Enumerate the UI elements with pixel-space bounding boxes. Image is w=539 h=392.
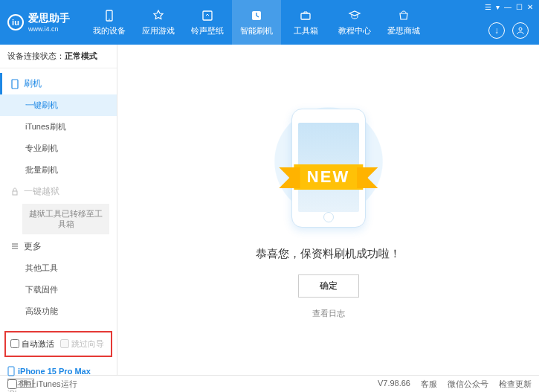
nav-store[interactable]: 爱思商城 [379,0,428,45]
footer-link-update[interactable]: 检查更新 [499,379,532,390]
tray-icon[interactable]: ▾ [496,3,500,11]
svg-rect-6 [12,80,18,89]
sidebar-item-other[interactable]: 其他工具 [0,257,117,279]
checkbox-block-itunes[interactable]: 阻止iTunes运行 [7,379,77,390]
new-ribbon: NEW [294,164,363,190]
sidebar-item-oneclick[interactable]: 一键刷机 [0,94,117,116]
nav-ringtones[interactable]: 铃声壁纸 [183,0,232,45]
footer-link-support[interactable]: 客服 [421,379,437,390]
apps-icon [152,9,165,22]
checkbox-auto-activate[interactable]: 自动激活 [10,338,54,350]
nav-apps[interactable]: 应用游戏 [134,0,183,45]
logo: iu 爱思助手 www.i4.cn [7,12,70,33]
svg-point-5 [519,28,522,30]
footer-link-wechat[interactable]: 微信公众号 [448,379,488,390]
maximize-icon[interactable]: ☐ [516,3,523,11]
sidebar-flash-header[interactable]: 刷机 [0,73,117,94]
user-button[interactable] [512,22,529,39]
success-illustration: NEW [239,101,418,235]
nav-tutorials[interactable]: 教程中心 [330,0,379,45]
device-icon [7,366,15,376]
nav-my-device[interactable]: 我的设备 [85,0,134,45]
tutorial-icon [348,9,361,22]
svg-rect-4 [301,13,310,19]
svg-rect-8 [8,367,14,376]
sidebar-item-itunes[interactable]: iTunes刷机 [0,116,117,138]
close-icon[interactable]: ✕ [527,3,533,11]
sidebar-item-download[interactable]: 下载固件 [0,279,117,301]
download-button[interactable]: ↓ [488,22,505,39]
ringtone-icon [201,9,214,22]
ok-button[interactable]: 确定 [298,274,359,298]
version-label: V7.98.66 [378,379,410,390]
svg-rect-7 [13,191,17,195]
toolbox-icon [299,9,312,22]
sidebar-item-advanced[interactable]: 高级功能 [0,301,117,322]
svg-point-1 [109,19,110,20]
more-icon [10,242,19,251]
checkbox-skip-guide[interactable]: 跳过向导 [60,338,104,350]
main-content: NEW 恭喜您，保资料刷机成功啦！ 确定 查看日志 [117,45,539,375]
logo-subtitle: www.i4.cn [28,25,70,33]
flash-icon [250,9,263,22]
sidebar-more-header[interactable]: 更多 [0,236,117,257]
app-header: iu 爱思助手 www.i4.cn 我的设备 应用游戏 铃声壁纸 智能刷机 工具… [0,0,539,45]
sidebar-item-batch[interactable]: 批量刷机 [0,159,117,181]
phone-icon [10,79,19,89]
device-name[interactable]: iPhone 15 Pro Max [7,366,109,376]
jailbreak-note: 越狱工具已转移至工具箱 [22,204,109,234]
sidebar: 设备连接状态：正常模式 刷机 一键刷机 iTunes刷机 专业刷机 批量刷机 一… [0,45,117,375]
sidebar-jailbreak-header: 一键越狱 [0,181,117,202]
options-highlighted: 自动激活 跳过向导 [4,331,112,357]
svg-rect-2 [203,11,212,20]
nav-toolbox[interactable]: 工具箱 [281,0,330,45]
top-nav: 我的设备 应用游戏 铃声壁纸 智能刷机 工具箱 教程中心 爱思商城 [85,0,428,45]
nav-flash[interactable]: 智能刷机 [232,0,281,45]
store-icon [397,9,410,22]
connection-status: 设备连接状态：正常模式 [0,45,117,68]
view-log-link[interactable]: 查看日志 [312,308,345,319]
lock-icon [10,187,19,196]
minimize-icon[interactable]: — [504,3,511,11]
device-icon [103,9,116,22]
window-controls: ☰ ▾ — ☐ ✕ [485,3,533,11]
menu-icon[interactable]: ☰ [485,3,491,11]
logo-title: 爱思助手 [28,12,70,25]
logo-icon: iu [7,14,24,30]
success-message: 恭喜您，保资料刷机成功啦！ [256,247,401,261]
sidebar-item-pro[interactable]: 专业刷机 [0,138,117,159]
